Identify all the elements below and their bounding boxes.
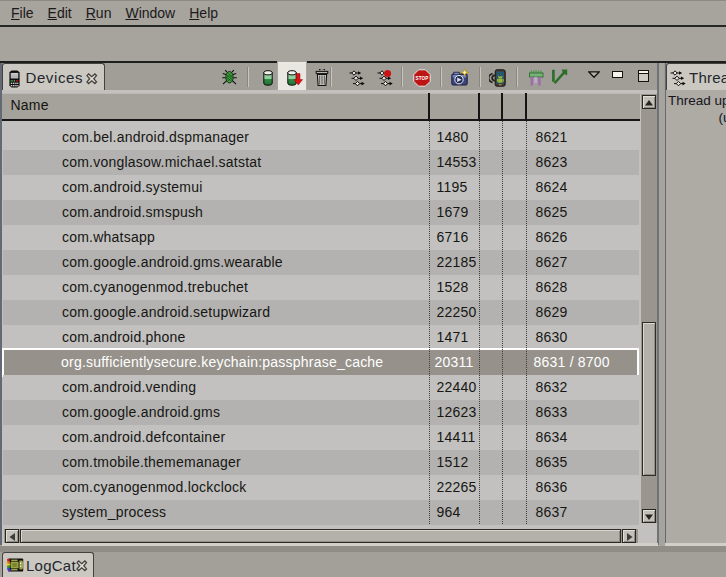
svg-text:STOP: STOP xyxy=(415,76,428,81)
